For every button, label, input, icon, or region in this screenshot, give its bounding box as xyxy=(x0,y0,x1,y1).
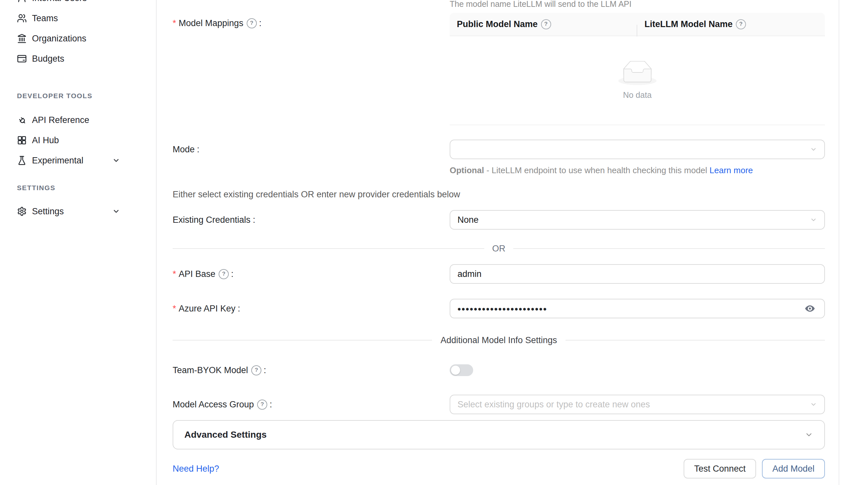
grid-icon xyxy=(17,135,27,145)
azure-api-key-label: * Azure API Key : xyxy=(173,299,450,318)
existing-credentials-label: Existing Credentials : xyxy=(173,210,450,230)
model-access-group-select[interactable]: Select existing groups or type to create… xyxy=(450,395,825,414)
or-divider: OR xyxy=(173,242,825,255)
model-access-group-row: Model Access Group ? : Select existing g… xyxy=(173,395,825,414)
sidebar-item-label: Experimental xyxy=(32,156,84,166)
question-circle-icon[interactable]: ? xyxy=(247,18,257,28)
mode-select[interactable] xyxy=(450,139,825,159)
sidebar-item-label: API Reference xyxy=(32,115,89,125)
sidebar-item-budgets[interactable]: Budgets xyxy=(0,48,156,69)
mode-label: Mode : xyxy=(173,139,450,159)
add-model-button[interactable]: Add Model xyxy=(762,459,825,479)
form-actions: Need Help? Test Connect Add Model xyxy=(173,459,825,479)
sidebar: Internal Users Teams Organizations Budge… xyxy=(0,0,157,485)
team-byok-label: Team-BYOK Model ? : xyxy=(173,360,450,380)
chevron-down-icon xyxy=(112,157,120,164)
sidebar-item-organizations[interactable]: Organizations xyxy=(0,28,156,48)
sidebar-item-label: AI Hub xyxy=(32,135,59,146)
credentials-note: Either select existing credentials OR en… xyxy=(173,188,825,201)
advanced-settings-panel[interactable]: Advanced Settings xyxy=(173,420,825,449)
column-header-litellm-model-name: LiteLLM Model Name ? xyxy=(637,19,825,29)
sidebar-item-label: Settings xyxy=(32,206,64,217)
plug-icon xyxy=(17,115,27,125)
advanced-settings-title: Advanced Settings xyxy=(184,429,267,440)
add-model-page: Internal Users Teams Organizations Budge… xyxy=(0,0,868,485)
azure-api-key-row: * Azure API Key : •••••••••••••••••••••• xyxy=(173,299,825,318)
sidebar-item-label: Budgets xyxy=(32,54,64,64)
test-connect-button[interactable]: Test Connect xyxy=(684,459,756,479)
required-marker: * xyxy=(173,269,176,279)
additional-settings-divider: Additional Model Info Settings xyxy=(173,334,825,347)
model-mappings-label: * Model Mappings ? : xyxy=(173,13,450,125)
table-empty-state: No data xyxy=(450,36,825,125)
question-circle-icon[interactable]: ? xyxy=(736,19,746,29)
existing-credentials-select[interactable]: None xyxy=(450,210,825,230)
flask-icon xyxy=(17,156,27,165)
api-base-input[interactable]: admin xyxy=(450,264,825,284)
azure-api-key-input[interactable]: •••••••••••••••••••••• xyxy=(450,299,825,318)
column-header-public-model-name: Public Model Name ? xyxy=(450,19,637,29)
question-circle-icon[interactable]: ? xyxy=(251,365,261,376)
sidebar-section-developer-tools: DEVELOPER TOOLS xyxy=(0,91,156,100)
litellm-model-help-text: The model name LiteLLM will send to the … xyxy=(450,0,825,8)
sidebar-nav-list: Internal Users Teams Organizations Budge… xyxy=(0,0,156,222)
required-marker: * xyxy=(173,18,176,28)
landmark-icon xyxy=(17,34,27,43)
question-circle-icon[interactable]: ? xyxy=(219,269,229,279)
question-circle-icon[interactable]: ? xyxy=(541,19,551,29)
empty-inbox-icon xyxy=(618,61,656,87)
mode-row: Mode : xyxy=(173,139,825,159)
mode-helper-text: Optional - LiteLLM endpoint to use when … xyxy=(450,164,799,177)
required-marker: * xyxy=(173,304,176,314)
credit-card-icon xyxy=(17,54,27,64)
api-base-label: * API Base ? : xyxy=(173,264,450,284)
sidebar-item-label: Teams xyxy=(32,13,58,24)
need-help-link[interactable]: Need Help? xyxy=(173,464,219,474)
sidebar-item-experimental[interactable]: Experimental xyxy=(0,150,156,170)
team-byok-toggle[interactable] xyxy=(450,364,473,376)
sidebar-item-label: Internal Users xyxy=(32,0,87,3)
masked-password-value: •••••••••••••••••••••• xyxy=(458,304,547,314)
users-icon xyxy=(17,13,27,23)
sidebar-item-internal-users[interactable]: Internal Users xyxy=(0,0,156,8)
gear-icon xyxy=(17,206,27,216)
chevron-down-icon xyxy=(810,140,817,159)
team-byok-row: Team-BYOK Model ? : xyxy=(173,360,825,380)
sidebar-item-api-reference[interactable]: API Reference xyxy=(0,110,156,130)
model-mappings-row: * Model Mappings ? : Public Model Name ? xyxy=(173,13,825,125)
sidebar-item-settings[interactable]: Settings xyxy=(0,201,156,222)
sidebar-item-ai-hub[interactable]: AI Hub xyxy=(0,130,156,150)
chevron-down-icon xyxy=(112,207,120,215)
learn-more-link[interactable]: Learn more xyxy=(709,165,753,175)
question-circle-icon[interactable]: ? xyxy=(257,399,267,410)
existing-credentials-row: Existing Credentials : None xyxy=(173,210,825,230)
table-header-row: Public Model Name ? LiteLLM Model Name ? xyxy=(450,13,825,36)
sidebar-item-label: Organizations xyxy=(32,34,87,44)
eye-icon[interactable] xyxy=(803,299,817,318)
sidebar-item-teams[interactable]: Teams xyxy=(0,8,156,28)
no-data-text: No data xyxy=(623,90,652,100)
chevron-down-icon xyxy=(810,395,817,414)
api-base-row: * API Base ? : admin xyxy=(173,264,825,284)
add-model-form: The model name LiteLLM will send to the … xyxy=(157,0,839,485)
model-mappings-table: Public Model Name ? LiteLLM Model Name ? xyxy=(450,13,825,125)
model-access-group-label: Model Access Group ? : xyxy=(173,395,450,414)
user-icon xyxy=(17,0,27,3)
sidebar-section-settings: SETTINGS xyxy=(0,183,156,192)
chevron-down-icon xyxy=(810,211,817,229)
chevron-down-icon xyxy=(805,430,813,439)
